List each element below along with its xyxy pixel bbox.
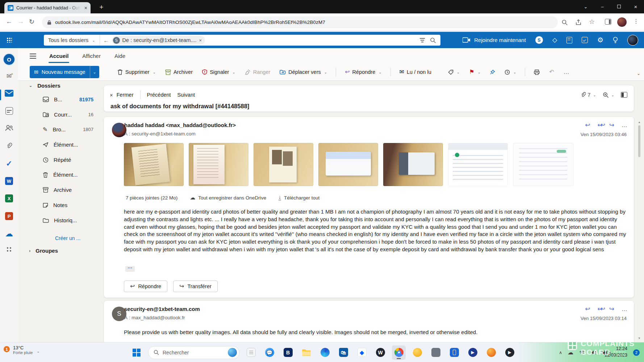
close-label[interactable]: Fermer xyxy=(117,92,134,98)
filter-icon[interactable] xyxy=(420,38,425,42)
rail-people-icon[interactable] xyxy=(0,125,18,131)
zoom-lens-icon[interactable] xyxy=(561,19,568,26)
folder-item-sent[interactable]: Élément... xyxy=(43,142,93,148)
rail-mail-icon[interactable] xyxy=(0,90,18,97)
bookmark-star-icon[interactable]: ☆ xyxy=(589,18,595,26)
taskbar-app-bing[interactable]: B xyxy=(281,345,295,360)
next-button[interactable]: Suivant xyxy=(177,92,195,98)
show-trimmed-content-button[interactable]: ··· xyxy=(125,266,135,272)
tab-aide[interactable]: Aide xyxy=(114,51,126,60)
forward-icon[interactable]: → xyxy=(17,18,24,25)
groups-section-header[interactable]: › Groupes xyxy=(28,248,58,254)
rail-powerpoint-icon[interactable]: P xyxy=(0,212,18,220)
premium-diamond-icon[interactable]: ◇ xyxy=(552,36,557,44)
taskbar-app-messenger[interactable]: 💬 xyxy=(263,345,276,360)
share-icon[interactable] xyxy=(575,19,582,26)
taskbar-movies-tv[interactable]: ▶ xyxy=(466,345,480,360)
previous-button[interactable]: Précédent xyxy=(147,92,171,98)
rail-attachments-icon[interactable] xyxy=(0,142,18,150)
window-minimize-button[interactable]: – xyxy=(594,4,611,9)
save-all-onedrive-button[interactable]: ☁ Tout enregistrer dans OneDrive xyxy=(190,194,266,201)
forward-button-inline[interactable]: ↪ Transférer xyxy=(173,281,218,292)
reply-button[interactable]: ↩ Répondre⌄ xyxy=(342,67,384,77)
browser-tab[interactable]: o Courrier - haddad haddad - Outl × xyxy=(4,2,91,13)
onedrive-tray-icon[interactable]: ☁ xyxy=(568,349,573,356)
taskbar-app-wordpress[interactable]: W xyxy=(373,345,387,360)
tab-afficher[interactable]: Afficher xyxy=(81,51,101,60)
browser-profile-avatar[interactable] xyxy=(617,17,627,27)
window-maximize-button[interactable] xyxy=(611,4,627,9)
taskbar-app-dropbox[interactable]: ◆ xyxy=(355,345,369,360)
folder-item-snoozed[interactable]: Répété xyxy=(43,157,93,163)
attachment-thumbnail-5[interactable] xyxy=(383,143,443,186)
rail-more-apps-icon[interactable] xyxy=(0,247,18,252)
delete-button[interactable]: Supprimer⌄ xyxy=(114,67,159,77)
taskbar-media-player[interactable]: ▶ xyxy=(503,345,517,360)
notes-feed-icon[interactable] xyxy=(566,37,572,43)
attachment-thumbnail-2[interactable] xyxy=(189,143,248,186)
create-folder-link[interactable]: Créer un ... xyxy=(55,235,80,241)
taskbar-app-notepad[interactable] xyxy=(244,345,258,360)
hamburger-menu-icon[interactable] xyxy=(30,54,36,59)
back-icon[interactable]: ← xyxy=(6,18,12,25)
side-panel-icon[interactable] xyxy=(605,19,611,25)
volume-icon[interactable] xyxy=(591,350,597,355)
reply-icon[interactable]: ↩ xyxy=(585,305,590,313)
categorize-button[interactable]: ⌄ xyxy=(445,67,463,77)
taskbar-file-explorer[interactable] xyxy=(300,345,313,360)
reply-icon[interactable]: ↩ xyxy=(585,121,590,129)
rail-word-icon[interactable]: W xyxy=(0,177,18,185)
attachments-dropdown[interactable]: 7 ⌄ xyxy=(580,92,596,98)
calendar-check-icon[interactable] xyxy=(582,37,588,43)
reply-button-inline[interactable]: ↩ Répondre xyxy=(124,281,167,292)
folder-item-drafts[interactable]: ✎ Bro... 1807 xyxy=(43,126,93,132)
rail-todo-icon[interactable]: ✓ xyxy=(0,159,18,168)
taskbar-app-gray[interactable] xyxy=(429,345,443,360)
taskbar-phone-link[interactable] xyxy=(447,345,461,360)
folder-item-inbox[interactable]: B... 81975 xyxy=(43,96,93,102)
folders-section-header[interactable]: ⌄ Dossiers xyxy=(28,83,60,89)
app-launcher-icon[interactable] xyxy=(7,37,12,43)
rail-outlook-logo[interactable]: O xyxy=(0,54,18,65)
close-icon[interactable]: × xyxy=(110,92,113,98)
new-tab-button[interactable]: + xyxy=(96,2,106,12)
settings-gear-icon[interactable]: ⚙ xyxy=(597,36,603,44)
read-unread-button[interactable]: ✉ Lu / non lu xyxy=(397,67,434,77)
wifi-icon[interactable] xyxy=(579,350,585,355)
window-close-button[interactable]: × xyxy=(627,4,644,10)
start-button[interactable] xyxy=(130,345,143,360)
folder-item-junk[interactable]: Courr... 16 xyxy=(43,111,93,118)
taskbar-app-firefox[interactable] xyxy=(484,345,498,360)
new-message-button[interactable]: ✉ Nouveau message ⌄ xyxy=(30,66,99,78)
rail-new-mail-icon[interactable]: ✉＋ xyxy=(0,72,18,80)
search-icon[interactable] xyxy=(430,37,436,43)
sweep-button[interactable]: Ranger xyxy=(242,67,273,77)
more-actions-button[interactable]: … xyxy=(561,67,572,77)
tab-accueil[interactable]: Accueil xyxy=(49,51,69,60)
folder-item-archive[interactable]: Archive xyxy=(43,187,93,193)
rail-onedrive-icon[interactable]: ☁ xyxy=(0,229,18,239)
scrollbar-up-icon[interactable]: ▲ xyxy=(637,121,641,124)
taskbar-app-yellow[interactable] xyxy=(410,345,424,360)
attachment-thumbnail-4[interactable] xyxy=(318,143,378,186)
search-scope-dropdown[interactable]: Tous les dossiers ⌄ xyxy=(44,35,100,46)
reply-all-icon[interactable]: ↩↩ xyxy=(598,121,602,129)
search-filter-chip[interactable]: S De : security-en@1xbet-team.... × xyxy=(112,36,205,45)
attachment-thumbnail-3[interactable] xyxy=(254,143,313,186)
reload-icon[interactable]: ↻ xyxy=(29,18,34,26)
forward-icon[interactable]: ↪ xyxy=(609,121,614,129)
attachment-thumbnail-7[interactable] xyxy=(513,143,573,186)
notification-badge[interactable]: 2 xyxy=(633,349,640,356)
report-button[interactable]: Signaler⌄ xyxy=(199,67,238,77)
account-avatar[interactable] xyxy=(627,35,638,46)
tips-lightbulb-icon[interactable] xyxy=(613,37,618,43)
snooze-button[interactable]: ⌄ xyxy=(502,67,519,77)
folder-item-notes[interactable]: Notes xyxy=(43,202,93,208)
attachment-thumbnail-1[interactable] xyxy=(124,143,184,186)
move-to-button[interactable]: Déplacer vers⌄ xyxy=(277,67,330,77)
pin-button[interactable] xyxy=(487,67,498,77)
join-meeting-button[interactable]: Rejoindre maintenant xyxy=(463,37,526,43)
search-bar[interactable]: Tous les dossiers ⌄ ← S De : security-en… xyxy=(44,35,440,46)
taskbar-clock[interactable]: 12:24 22/09/2023 xyxy=(605,345,627,358)
taskbar-app-chrome[interactable] xyxy=(392,345,406,360)
